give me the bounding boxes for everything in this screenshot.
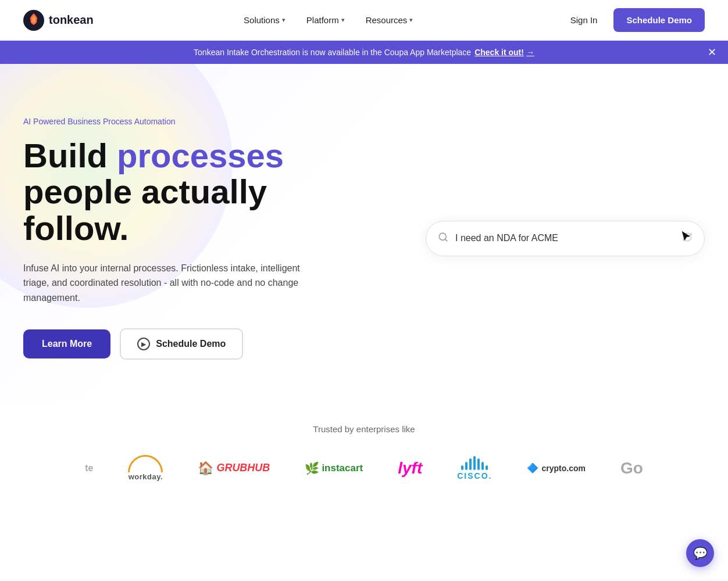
trusted-section: Trusted by enterprises like te workday. … — [0, 401, 728, 498]
list-item: te — [85, 463, 93, 474]
grubhub-icon: 🏠 — [198, 461, 213, 476]
lyft-logo-text: lyft — [398, 459, 422, 478]
tonkean-logo-icon — [23, 10, 44, 31]
search-icon — [438, 232, 448, 245]
search-input-display[interactable]: I need an NDA for ACME — [455, 233, 675, 243]
cisco-logo: CISCO. — [457, 456, 492, 480]
navbar: tonkean Solutions ▾ Platform ▾ Resources… — [0, 0, 728, 41]
workday-logo-text: workday. — [129, 472, 163, 481]
hero-right: I need an NDA for ACME — [426, 221, 705, 256]
ai-search-box: I need an NDA for ACME — [426, 221, 705, 256]
crypto-logo: 🔷 crypto.com — [527, 462, 585, 474]
hero-eyebrow: AI Powered Business Process Automation — [23, 117, 349, 126]
nav-solutions[interactable]: Solutions ▾ — [235, 10, 294, 30]
workday-arc-icon — [128, 455, 163, 472]
lyft-logo: lyft — [398, 459, 422, 478]
hero-buttons: Learn More ▶ Schedule Demo — [23, 328, 349, 360]
hero-schedule-demo-button[interactable]: ▶ Schedule Demo — [120, 328, 243, 360]
logo-link[interactable]: tonkean — [23, 10, 94, 31]
instacart-logo-text: instacart — [322, 462, 363, 474]
chevron-down-icon: ▾ — [341, 16, 345, 24]
cursor-icon — [680, 230, 693, 246]
navbar-actions: Sign In Schedule Demo — [563, 8, 705, 32]
workday-logo: workday. — [128, 455, 163, 481]
grubhub-logo: 🏠 GRUBHUB — [198, 461, 270, 476]
sign-in-button[interactable]: Sign In — [563, 10, 605, 30]
hero-left: AI Powered Business Process Automation B… — [23, 117, 349, 360]
play-icon: ▶ — [137, 338, 150, 350]
hero-subtext: Infuse AI into your internal processes. … — [23, 261, 314, 306]
schedule-demo-button[interactable]: Schedule Demo — [613, 8, 705, 32]
crypto-logo-text: crypto.com — [541, 464, 585, 473]
learn-more-button[interactable]: Learn More — [23, 329, 110, 358]
crypto-icon: 🔷 — [527, 462, 538, 474]
trusted-title: Trusted by enterprises like — [0, 424, 728, 434]
logos-row: te workday. 🏠 GRUBHUB 🌿 instacart lyft — [0, 455, 728, 481]
chevron-down-icon: ▾ — [282, 16, 286, 24]
instacart-logo: 🌿 instacart — [305, 461, 363, 475]
nav-resources[interactable]: Resources ▾ — [358, 10, 422, 30]
hero-headline: Build processes people actually follow. — [23, 138, 349, 247]
announcement-banner: Tonkean Intake Orchestration is now avai… — [0, 41, 728, 64]
announcement-close-button[interactable]: ✕ — [708, 46, 716, 59]
grubhub-logo-text: GRUBHUB — [216, 462, 270, 474]
chevron-down-icon: ▾ — [409, 16, 413, 24]
announcement-text: Tonkean Intake Orchestration is now avai… — [194, 48, 534, 57]
hero-content: AI Powered Business Process Automation B… — [0, 82, 728, 383]
cisco-logo-text: CISCO. — [457, 471, 492, 480]
partial-logo-text: te — [85, 463, 93, 474]
instacart-icon: 🌿 — [305, 461, 319, 475]
logo-text: tonkean — [49, 13, 94, 27]
google-partial-logo: Go — [620, 459, 643, 478]
announcement-link[interactable]: Check it out! → — [474, 48, 534, 57]
hero-section: AI Powered Business Process Automation B… — [0, 64, 728, 401]
nav-platform[interactable]: Platform ▾ — [298, 10, 353, 30]
cisco-bars-icon — [461, 456, 488, 470]
google-logo-text: Go — [620, 459, 643, 478]
navbar-nav: Solutions ▾ Platform ▾ Resources ▾ — [235, 10, 421, 30]
